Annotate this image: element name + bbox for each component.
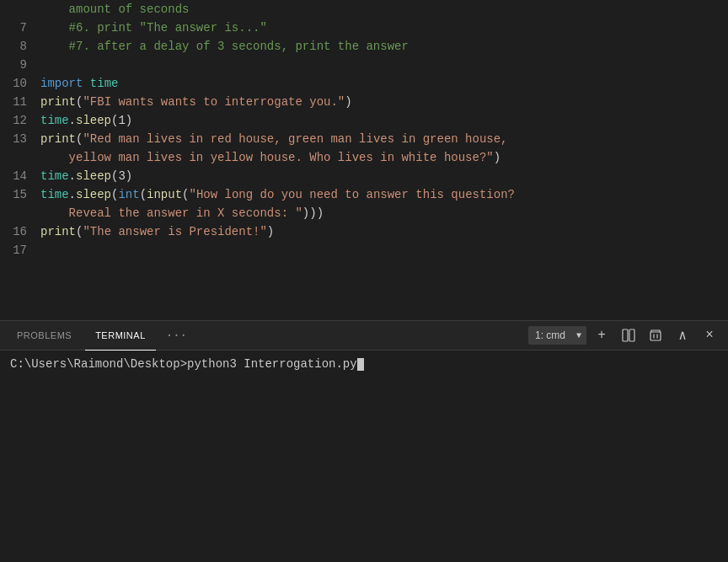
code-line-11: 11 print("FBI wants wants to interrogate… xyxy=(0,93,728,111)
panel-actions: 1: cmd ▼ + ∧ × xyxy=(528,324,721,347)
code-line-17: 17 xyxy=(0,241,728,260)
code-line-13: 13 print("Red man lives in red house, gr… xyxy=(0,130,728,148)
close-panel-button[interactable]: × xyxy=(698,324,721,347)
maximize-panel-button[interactable]: ∧ xyxy=(671,324,694,347)
tab-ellipsis[interactable]: ··· xyxy=(159,321,194,351)
terminal-selector-wrapper: 1: cmd ▼ xyxy=(528,326,586,345)
split-terminal-button[interactable] xyxy=(617,324,640,347)
terminal-content[interactable]: C:\Users\Raimond\Desktop>python3 Interro… xyxy=(0,351,728,562)
code-line-10: 10 import time xyxy=(0,74,728,93)
code-line-8: 8 #7. after a delay of 3 seconds, print … xyxy=(0,37,728,56)
kill-terminal-button[interactable] xyxy=(644,324,667,347)
terminal-cursor xyxy=(357,358,364,371)
code-line-9: 9 xyxy=(0,56,728,74)
terminal-selector[interactable]: 1: cmd xyxy=(528,326,586,345)
panel-tab-bar: PROBLEMS TERMINAL ··· 1: cmd ▼ + xyxy=(0,321,728,351)
tab-problems[interactable]: PROBLEMS xyxy=(7,321,82,351)
terminal-prompt-text: C:\Users\Raimond\Desktop>python3 Interro… xyxy=(10,357,357,371)
code-editor: amount of seconds 7 #6. print "The answe… xyxy=(0,0,728,320)
svg-rect-0 xyxy=(623,329,628,341)
code-line-12: 12 time.sleep(1) xyxy=(0,111,728,130)
code-line-15-cont: Reveal the answer in X seconds: "))) xyxy=(0,204,728,222)
tab-terminal[interactable]: TERMINAL xyxy=(85,321,156,351)
code-line-13-cont: yellow man lives in yellow house. Who li… xyxy=(0,148,728,167)
panel: PROBLEMS TERMINAL ··· 1: cmd ▼ + xyxy=(0,320,728,562)
add-terminal-button[interactable]: + xyxy=(590,324,613,347)
svg-rect-1 xyxy=(629,329,634,341)
code-line: amount of seconds xyxy=(0,0,728,19)
code-line-15: 15 time.sleep(int(input("How long do you… xyxy=(0,185,728,204)
code-line-14: 14 time.sleep(3) xyxy=(0,167,728,185)
terminal-prompt: C:\Users\Raimond\Desktop>python3 Interro… xyxy=(10,357,718,371)
code-line-7: 7 #6. print "The answer is..." xyxy=(0,19,728,37)
code-line-16: 16 print("The answer is President!") xyxy=(0,222,728,241)
